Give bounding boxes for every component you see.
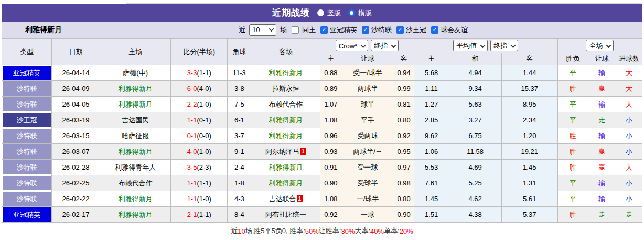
result-goals: 大 [616, 160, 642, 175]
home-team: 利雅得新月 [100, 144, 171, 160]
half-time-score: (1-0) [197, 195, 211, 203]
result-outcome: 平 [557, 175, 588, 191]
result-goals: 大 [616, 65, 642, 81]
avg-odds-away: 1.31 [501, 175, 557, 191]
table-row: 沙特联 26-03-15 哈萨征服 0-1(0-0) 3-7 利雅得新月 0.9… [2, 128, 642, 144]
handicap-odds-away: 0.98 [394, 175, 414, 191]
handicap-line: 两球半 [341, 81, 394, 97]
result-outcome: 胜 [557, 160, 588, 175]
league-filter-label-saudi: 沙特联 [371, 25, 392, 35]
avg-odds-away: 2.34 [501, 112, 557, 128]
col-header-goals-result: 进球数 [616, 53, 642, 65]
summary-text: 10 [238, 227, 245, 235]
result-goals: 小 [616, 144, 642, 160]
match-type-badge: 亚冠精英 [2, 65, 52, 81]
league-filter-checkbox-kingscup[interactable]: ✓ [396, 26, 404, 34]
scope-selector-group: 全场 [557, 39, 642, 53]
scope-select[interactable]: 全场 [586, 40, 614, 51]
handicap-odds-home: 1.08 [320, 191, 341, 207]
average-time-value: 终指 [493, 41, 507, 50]
handicap-odds-home: 0.96 [320, 128, 341, 144]
same-home-checkbox[interactable] [292, 26, 299, 34]
handicap-odds-home: 0.91 [320, 160, 341, 175]
handicap-line: 受两球 [341, 128, 394, 144]
full-time-score: 1-1 [187, 116, 197, 124]
avg-odds-draw: 6.75 [449, 128, 501, 144]
col-header-avg-away: 客 [501, 53, 557, 65]
match-type-badge: 沙特联 [2, 191, 52, 207]
result-handicap: 输 [588, 128, 616, 144]
full-time-score: 3-5 [187, 163, 197, 171]
league-filter-label-acl: 亚冠精英 [330, 25, 357, 35]
away-team: 拉斯永恒 [251, 81, 320, 97]
recent-results-panel: 近期战绩 竖版 横版 利雅得新月 近 10 场 同主 ✓ [0, 0, 644, 240]
result-outcome: 胜 [557, 144, 588, 160]
match-type-badge: 沙特联 [2, 175, 52, 191]
result-outcome: 胜 [557, 128, 588, 144]
avg-odds-away: 15.37 [501, 81, 557, 97]
avg-odds-away: 1.20 [501, 128, 557, 144]
half-time-score: (2-3) [197, 163, 211, 171]
result-outcome: 平 [557, 112, 588, 128]
match-date: 26-02-28 [52, 160, 100, 175]
handicap-line: 受球半 [341, 175, 394, 191]
league-filter-checkbox-acl[interactable]: ✓ [320, 26, 328, 34]
summary-text: 40% [370, 227, 384, 235]
match-type-badge: 亚冠精英 [2, 207, 52, 223]
away-team: 布赖代合作 [251, 97, 320, 112]
result-handicap: 输 [588, 175, 616, 191]
corner-score: 11-3 [228, 65, 251, 81]
view-option-horizontal[interactable]: 横版 [348, 8, 372, 18]
handicap-odds-away: 0.94 [394, 65, 414, 81]
avg-odds-home: 5.68 [414, 65, 449, 81]
radio-unselected-icon[interactable] [317, 9, 324, 16]
avg-odds-home: 1.27 [414, 97, 449, 112]
summary-text: 50% [305, 227, 319, 235]
avg-odds-home: 1.11 [414, 81, 449, 97]
red-card-badge: 1 [300, 148, 306, 155]
avg-odds-home: 1.06 [414, 144, 449, 160]
chevron-down-icon [391, 43, 396, 48]
corner-score: 3-8 [228, 81, 251, 97]
results-table: 类型 日期 主场 比分(半场) 角球 客场 Crow* 终指 [2, 38, 642, 223]
matches-label: 场 [280, 25, 287, 35]
table-row: 亚冠精英 26-04-14 萨德(中) 3-3(1-1) 11-3 利雅得新月 … [2, 65, 642, 81]
avg-odds-home: 9.62 [414, 128, 449, 144]
home-team: 利雅得新月 [100, 97, 171, 112]
odds-company-select[interactable]: Crow* [336, 40, 368, 51]
league-filter-checkbox-friendly[interactable]: ✓ [431, 26, 438, 34]
view-option-vertical[interactable]: 竖版 [317, 8, 341, 18]
avg-odds-home: 5.53 [414, 160, 449, 175]
half-time-score: (1-1) [197, 211, 211, 218]
result-goals: 小 [616, 112, 642, 128]
handicap-line: 受一/球半 [341, 65, 394, 81]
corner-score: 9-1 [228, 144, 251, 160]
filter-controls: 近 10 场 同主 ✓ 亚冠精英 ✓ 沙特联 ✓ 沙王冠 ✓ 球会友谊 [239, 24, 468, 36]
home-team: 吉达国民 [100, 112, 171, 128]
average-time-select[interactable]: 终指 [490, 40, 518, 51]
half-time-score: (0-1) [197, 116, 211, 124]
avg-odds-home: 1.45 [414, 191, 449, 207]
near-label: 近 [239, 25, 245, 35]
col-header-score: 比分(半场) [171, 39, 228, 65]
col-header-avg-draw: 和 [449, 53, 501, 65]
result-handicap: 走 [588, 207, 616, 223]
average-type-select[interactable]: 平均值 [453, 40, 488, 51]
result-handicap: 赢 [588, 81, 616, 97]
corner-score: 7-5 [228, 97, 251, 112]
corner-score: 1-8 [228, 175, 251, 191]
full-time-score: 3-3 [187, 69, 197, 77]
average-selector-group: 平均值 终指 [414, 39, 557, 53]
odds-time-select[interactable]: 终指 [371, 40, 399, 51]
match-type-badge: 沙特联 [2, 144, 52, 160]
league-filter-checkbox-saudi[interactable]: ✓ [362, 26, 369, 34]
summary-text: 让胜率: [319, 226, 341, 236]
table-row: 沙王冠 26-03-19 吉达国民 1-1(0-1) 6-1 利雅得新月 1.0… [2, 112, 642, 128]
radio-selected-icon[interactable] [348, 9, 355, 16]
match-count-select[interactable]: 10 [249, 24, 276, 36]
corner-score: 3-7 [228, 128, 251, 144]
avg-odds-away: 1.44 [501, 65, 557, 81]
handicap-odds-away: 0.81 [394, 97, 414, 112]
half-time-score: (0-0) [197, 132, 211, 140]
handicap-odds-away: 0.90 [394, 207, 414, 223]
